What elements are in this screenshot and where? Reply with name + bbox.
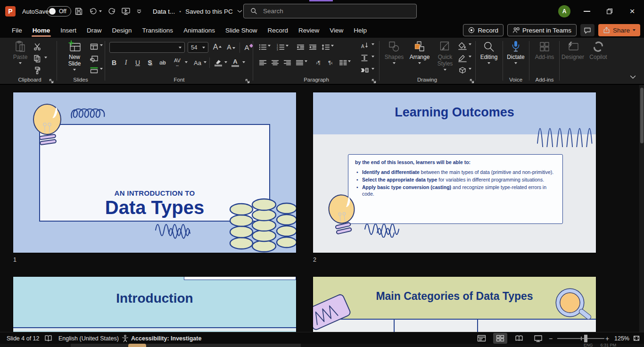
shape-effects-chevron-icon[interactable]	[469, 68, 471, 70]
grow-font-button[interactable]: A	[211, 42, 223, 52]
close-button[interactable]: ×	[627, 6, 638, 17]
customize-quick-access-button[interactable]	[134, 7, 144, 16]
char-spacing-chevron-icon[interactable]	[185, 61, 188, 63]
text-shadow-button[interactable]: S	[146, 58, 154, 68]
line-spacing-button[interactable]	[321, 42, 331, 52]
document-title[interactable]: Data t...	[153, 8, 175, 15]
character-spacing-button[interactable]: AV	[172, 58, 183, 68]
smartart-chevron-icon[interactable]	[372, 68, 374, 70]
slide-thumbnail-2[interactable]: Learning Outcomes by the end of this les…	[313, 92, 596, 253]
text-direction-button[interactable]: A	[359, 41, 370, 51]
fit-slide-to-window-button[interactable]	[633, 332, 640, 344]
tab-help[interactable]: Help	[348, 23, 372, 38]
reading-view-button[interactable]	[512, 332, 526, 344]
autosave-toggle[interactable]: Off	[47, 6, 71, 17]
shape-effects-button[interactable]	[457, 65, 468, 75]
font-name-combo[interactable]	[109, 42, 185, 53]
new-slide-button[interactable]: New Slide	[62, 40, 87, 71]
accessibility-status[interactable]: Accessibility: Investigate	[131, 332, 201, 344]
shrink-font-button[interactable]: A	[225, 42, 237, 52]
highlight-color-button[interactable]	[213, 58, 223, 68]
slide-thumbnail-3[interactable]: Introduction	[13, 277, 296, 332]
comments-button[interactable]	[580, 24, 594, 36]
change-case-button[interactable]: Aa	[192, 58, 203, 68]
copy-button[interactable]	[32, 53, 42, 64]
slide-thumbnail-4[interactable]: Main Categories of Data Types	[313, 277, 596, 332]
numbering-chevron-icon[interactable]	[286, 45, 289, 47]
font-color-button[interactable]: A	[230, 58, 240, 68]
reset-slide-button[interactable]	[89, 53, 99, 64]
tab-transitions[interactable]: Transitions	[137, 23, 179, 38]
language-button[interactable]: English (United States)	[58, 332, 119, 344]
align-right-button[interactable]	[282, 58, 292, 68]
convert-smartart-button[interactable]	[359, 65, 370, 75]
highlight-chevron-icon[interactable]	[224, 61, 227, 63]
dictate-button[interactable]: Dictate	[504, 40, 527, 64]
shape-outline-button[interactable]	[457, 53, 468, 63]
italic-button[interactable]: I	[123, 58, 129, 68]
slide-sorter-view-button[interactable]	[493, 332, 507, 344]
align-text-chevron-icon[interactable]	[372, 56, 374, 58]
numbering-button[interactable]: 123	[275, 42, 286, 52]
search-bar[interactable]	[243, 4, 417, 18]
drawing-dialog-launcher[interactable]	[470, 77, 475, 83]
restore-button[interactable]	[604, 6, 615, 17]
underline-button[interactable]: U	[134, 58, 141, 68]
tab-animations[interactable]: Animations	[178, 23, 220, 38]
strikethrough-button[interactable]: ab	[157, 58, 168, 68]
paragraph-dialog-launcher[interactable]	[372, 77, 377, 83]
align-text-button[interactable]	[359, 53, 370, 63]
undo-chevron-icon[interactable]	[99, 10, 102, 12]
record-button[interactable]: Record	[463, 24, 504, 36]
section-button[interactable]	[89, 65, 99, 75]
saved-chevron-icon[interactable]	[237, 10, 242, 13]
normal-view-button[interactable]	[474, 332, 488, 344]
slide-sorter-canvas[interactable]: AN INTRODUCTION TO Data Types	[0, 85, 639, 332]
bullets-chevron-icon[interactable]	[268, 45, 271, 47]
tab-slide-show[interactable]: Slide Show	[220, 23, 263, 38]
shape-fill-chevron-icon[interactable]	[469, 43, 471, 45]
tab-review[interactable]: Review	[293, 23, 324, 38]
start-slideshow-button[interactable]	[121, 7, 131, 16]
editing-button[interactable]: Editing	[477, 41, 501, 64]
present-in-teams-button[interactable]: Present in Teams	[507, 24, 577, 36]
bold-button[interactable]: B	[110, 58, 118, 68]
align-center-button[interactable]	[270, 58, 280, 68]
minimize-button[interactable]	[581, 6, 593, 17]
columns-chevron-icon[interactable]	[348, 60, 351, 62]
align-left-button[interactable]	[257, 58, 268, 68]
search-input[interactable]	[262, 7, 394, 15]
zoom-thumb[interactable]	[584, 335, 587, 342]
save-button[interactable]	[74, 7, 84, 16]
tab-view[interactable]: View	[324, 23, 348, 38]
copilot-button[interactable]: Copilot	[586, 41, 610, 61]
addins-button[interactable]: Add-ins	[533, 41, 556, 61]
tab-draw[interactable]: Draw	[82, 23, 107, 38]
tab-insert[interactable]: Insert	[55, 23, 82, 38]
copy-chevron-icon[interactable]	[44, 57, 47, 58]
undo-button[interactable]	[88, 7, 98, 16]
tab-home[interactable]: Home	[27, 23, 56, 38]
zoom-out-button[interactable]: −	[549, 332, 553, 344]
format-painter-button[interactable]	[32, 65, 42, 75]
tab-record[interactable]: Record	[262, 23, 293, 38]
redo-button[interactable]	[107, 7, 117, 16]
font-size-combo[interactable]: 54	[188, 42, 208, 53]
saved-status[interactable]: Saved to this PC	[185, 8, 233, 15]
clipboard-dialog-launcher[interactable]	[49, 77, 55, 83]
collapse-ribbon-button[interactable]	[630, 73, 636, 81]
zoom-level[interactable]: 125%	[614, 332, 629, 344]
font-color-chevron-icon[interactable]	[242, 61, 245, 63]
text-direction-chevron-icon[interactable]	[372, 43, 374, 45]
share-button[interactable]: Share	[598, 24, 640, 36]
decrease-indent-button[interactable]	[295, 42, 305, 52]
justify-chevron-icon[interactable]	[305, 60, 307, 62]
powerpoint-app-icon[interactable]: P	[5, 6, 16, 17]
increase-indent-button[interactable]	[307, 42, 318, 52]
line-spacing-chevron-icon[interactable]	[331, 45, 334, 47]
right-to-left-button[interactable]	[325, 58, 336, 68]
slide-thumbnail-1[interactable]: AN INTRODUCTION TO Data Types	[13, 92, 296, 253]
slide-layout-button[interactable]	[89, 41, 99, 52]
shapes-button[interactable]: Shapes	[383, 41, 405, 64]
tab-file[interactable]: File	[7, 23, 27, 38]
